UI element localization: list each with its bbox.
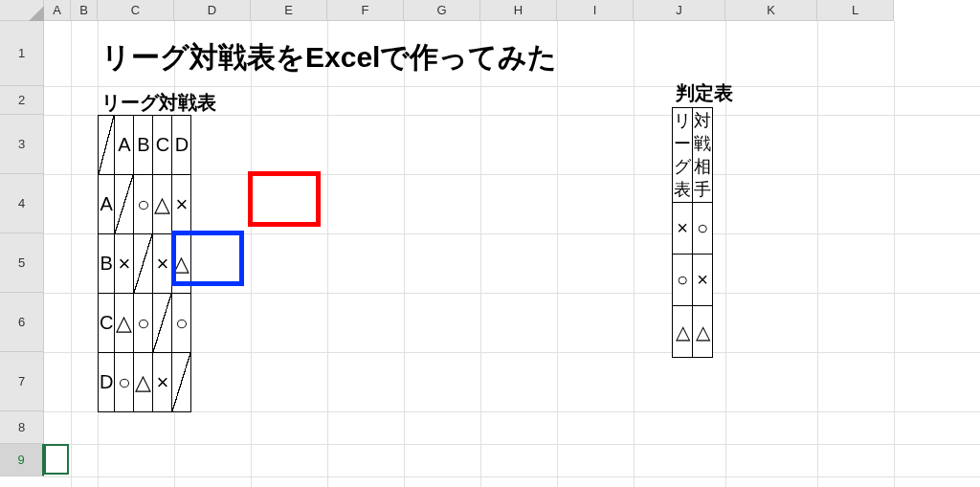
league-cell-r1-c1[interactable]: [134, 234, 153, 294]
league-cell-r1-c2[interactable]: ×: [153, 234, 172, 294]
league-row-header-B[interactable]: B: [99, 234, 115, 294]
league-table-label: リーグ対戦表: [101, 90, 216, 116]
league-row-header-D[interactable]: D: [99, 353, 115, 412]
judge-table: リーグ表対戦相手×○○×△△: [672, 107, 713, 358]
league-cell-r3-c2[interactable]: ×: [153, 353, 172, 412]
svg-marker-0: [29, 6, 44, 21]
row-header-4[interactable]: 4: [0, 174, 44, 233]
row-header-3[interactable]: 3: [0, 115, 44, 174]
judge-header-0[interactable]: リーグ表: [673, 108, 693, 203]
league-cell-r2-c1[interactable]: ○: [134, 294, 153, 353]
league-col-header-B[interactable]: B: [134, 116, 153, 175]
judge-cell-r0-c0[interactable]: ×: [673, 203, 693, 255]
league-cell-r0-c2[interactable]: △: [153, 175, 172, 234]
row-header-1[interactable]: 1: [0, 21, 44, 86]
judge-header-1[interactable]: 対戦相手: [693, 108, 713, 203]
judge-cell-r1-c0[interactable]: ○: [673, 255, 693, 306]
spreadsheet-sheet: ABCDEFGHIJKL 123456789 リーグ対戦表をExcelで作ってみ…: [0, 0, 980, 487]
column-header-B[interactable]: B: [71, 0, 98, 21]
column-header-J[interactable]: J: [634, 0, 725, 21]
league-cell-r1-c3[interactable]: △: [172, 234, 191, 294]
row-header-2[interactable]: 2: [0, 86, 44, 115]
league-cell-r2-c0[interactable]: △: [115, 294, 134, 353]
column-header-F[interactable]: F: [327, 0, 404, 21]
league-cell-r3-c3[interactable]: [172, 353, 191, 412]
highlight-red: [248, 171, 321, 227]
page-title: リーグ対戦表をExcelで作ってみた: [101, 38, 557, 77]
select-all-corner[interactable]: [0, 0, 44, 21]
row-header-9[interactable]: 9: [0, 444, 44, 476]
league-cell-r1-c0[interactable]: ×: [115, 234, 134, 294]
judge-table-label: 判定表: [676, 80, 733, 106]
column-header-H[interactable]: H: [480, 0, 557, 21]
column-header-G[interactable]: G: [404, 0, 480, 21]
league-corner-cell[interactable]: [99, 116, 115, 175]
league-col-header-C[interactable]: C: [153, 116, 172, 175]
column-header-C[interactable]: C: [98, 0, 174, 21]
column-header-K[interactable]: K: [725, 0, 817, 21]
column-header-L[interactable]: L: [817, 0, 894, 21]
judge-cell-r2-c1[interactable]: △: [693, 306, 713, 358]
league-col-header-D[interactable]: D: [172, 116, 191, 175]
judge-cell-r1-c1[interactable]: ×: [693, 255, 713, 306]
league-cell-r3-c1[interactable]: △: [134, 353, 153, 412]
row-header-7[interactable]: 7: [0, 352, 44, 411]
row-header-6[interactable]: 6: [0, 293, 44, 352]
judge-cell-r0-c1[interactable]: ○: [693, 203, 713, 255]
column-header-I[interactable]: I: [557, 0, 634, 21]
judge-cell-r2-c0[interactable]: △: [673, 306, 693, 358]
column-header-E[interactable]: E: [251, 0, 327, 21]
league-table: ABCDA○△×B××△C△○○D○△×: [98, 115, 191, 412]
league-cell-r2-c2[interactable]: [153, 294, 172, 353]
league-cell-r2-c3[interactable]: ○: [172, 294, 191, 353]
league-cell-r3-c0[interactable]: ○: [115, 353, 134, 412]
row-header-column: 123456789: [0, 21, 44, 476]
active-cell-indicator: [44, 444, 69, 475]
league-cell-r0-c1[interactable]: ○: [134, 175, 153, 234]
row-header-5[interactable]: 5: [0, 233, 44, 293]
row-header-8[interactable]: 8: [0, 411, 44, 444]
league-cell-r0-c0[interactable]: [115, 175, 134, 234]
league-cell-r0-c3[interactable]: ×: [172, 175, 191, 234]
league-col-header-A[interactable]: A: [115, 116, 134, 175]
column-header-A[interactable]: A: [44, 0, 71, 21]
column-header-row: ABCDEFGHIJKL: [44, 0, 894, 21]
league-row-header-C[interactable]: C: [99, 294, 115, 353]
league-row-header-A[interactable]: A: [99, 175, 115, 234]
column-header-D[interactable]: D: [174, 0, 251, 21]
